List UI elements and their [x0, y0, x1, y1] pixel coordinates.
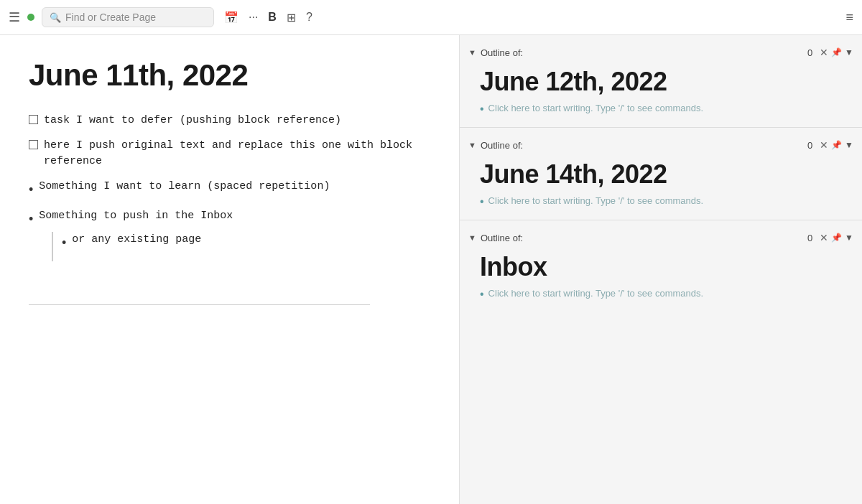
bold-icon[interactable]: B	[268, 11, 277, 24]
item-text: Something to push in the Inbox	[39, 208, 233, 225]
outline-bullet-icon-2: •	[480, 195, 484, 208]
collapse-arrow-3[interactable]: ▼	[468, 233, 476, 242]
help-icon[interactable]: ?	[306, 11, 312, 24]
outline-placeholder-text-2: Click here to start writing. Type '/' to…	[488, 195, 704, 206]
outline-placeholder-2[interactable]: • Click here to start writing. Type '/' …	[477, 195, 851, 208]
item-text: here I push original text and replace th…	[44, 138, 430, 170]
filter-icon-3[interactable]: ▼	[845, 233, 853, 243]
outline-close-3[interactable]: ✕	[820, 232, 828, 243]
outline-close-1[interactable]: ✕	[820, 47, 828, 58]
outline-section-3: ▼ Outline of: 0 ✕ 📌 ▼ Inbox • Click here…	[460, 220, 862, 312]
lines-icon[interactable]: ≡	[845, 10, 853, 25]
outline-body-3: Inbox • Click here to start writing. Typ…	[460, 252, 862, 301]
pin-icon-2[interactable]: 📌	[831, 140, 842, 150]
calendar-icon[interactable]: 📅	[224, 11, 238, 24]
nested-list: • or any existing page	[52, 232, 201, 261]
list-item: • Something I want to learn (spaced repe…	[29, 179, 430, 200]
pin-icon-3[interactable]: 📌	[831, 233, 842, 243]
outline-page-title-2: June 14th, 2022	[477, 159, 851, 190]
outline-label-1: Outline of:	[481, 47, 803, 58]
outline-section-2: ▼ Outline of: 0 ✕ 📌 ▼ June 14th, 2022 • …	[460, 128, 862, 220]
outline-page-title-1: June 12th, 2022	[477, 67, 851, 97]
collapse-arrow-1[interactable]: ▼	[468, 48, 476, 57]
hamburger-icon[interactable]: ☰	[9, 9, 20, 25]
checkbox-1[interactable]	[29, 115, 38, 124]
outline-header-1: ▼ Outline of: 0 ✕ 📌 ▼	[460, 41, 862, 61]
outline-close-2[interactable]: ✕	[820, 139, 828, 151]
collapse-arrow-2[interactable]: ▼	[468, 141, 476, 149]
outline-count-2: 0	[807, 140, 812, 151]
bullet-dot: •	[62, 233, 66, 253]
bottom-divider	[29, 304, 370, 305]
outline-placeholder-3[interactable]: • Click here to start writing. Type '/' …	[477, 288, 851, 301]
status-dot	[27, 14, 34, 21]
list-item: task I want to defer (pushing block refe…	[29, 113, 430, 129]
outline-header-3: ▼ Outline of: 0 ✕ 📌 ▼	[460, 226, 862, 246]
outline-placeholder-text-3: Click here to start writing. Type '/' to…	[488, 288, 704, 299]
search-placeholder: Find or Create Page	[65, 11, 156, 23]
outline-controls-2: 0 ✕ 📌 ▼	[807, 139, 853, 151]
outline-bullet-icon-1: •	[480, 103, 484, 116]
list-item: • or any existing page	[62, 232, 201, 253]
right-panel: ▼ Outline of: 0 ✕ 📌 ▼ June 12th, 2022 • …	[460, 35, 862, 504]
left-panel: June 11th, 2022 task I want to defer (pu…	[0, 35, 460, 504]
filter-icon-1[interactable]: ▼	[845, 47, 853, 57]
pin-icon-1[interactable]: 📌	[831, 47, 842, 57]
outline-section-1: ▼ Outline of: 0 ✕ 📌 ▼ June 12th, 2022 • …	[460, 35, 862, 128]
search-icon: 🔍	[50, 12, 61, 23]
bullet-list: task I want to defer (pushing block refe…	[29, 113, 430, 261]
outline-body-2: June 14th, 2022 • Click here to start wr…	[460, 159, 862, 208]
bullet-dot: •	[29, 210, 33, 229]
outline-controls-1: 0 ✕ 📌 ▼	[807, 47, 853, 58]
outline-placeholder-1[interactable]: • Click here to start writing. Type '/' …	[477, 103, 851, 116]
item-text: or any existing page	[72, 232, 201, 248]
page-title: June 11th, 2022	[29, 58, 430, 93]
outline-label-3: Outline of:	[481, 233, 803, 243]
chart-icon[interactable]: ⊞	[287, 11, 296, 24]
filter-icon-2[interactable]: ▼	[845, 140, 853, 150]
item-text: Something I want to learn (spaced repeti…	[39, 179, 330, 195]
list-item: here I push original text and replace th…	[29, 138, 430, 170]
outline-controls-3: 0 ✕ 📌 ▼	[807, 232, 853, 243]
outline-page-title-3: Inbox	[477, 252, 851, 282]
outline-label-2: Outline of:	[481, 140, 803, 151]
more-icon[interactable]: ···	[249, 11, 258, 24]
outline-placeholder-text-1: Click here to start writing. Type '/' to…	[488, 103, 704, 113]
outline-count-1: 0	[807, 47, 812, 58]
topbar: ☰ 🔍 Find or Create Page 📅 ··· B ⊞ ? ≡	[0, 0, 862, 35]
outline-bullet-icon-3: •	[480, 288, 484, 301]
search-bar[interactable]: 🔍 Find or Create Page	[42, 7, 214, 27]
list-item: • Something to push in the Inbox • or an…	[29, 208, 430, 261]
outline-count-3: 0	[807, 233, 812, 243]
bullet-dot: •	[29, 180, 33, 200]
main-content: June 11th, 2022 task I want to defer (pu…	[0, 35, 862, 504]
topbar-right: ≡	[845, 10, 853, 25]
outline-header-2: ▼ Outline of: 0 ✕ 📌 ▼	[460, 134, 862, 154]
topbar-left: ☰ 🔍 Find or Create Page	[9, 7, 214, 27]
outline-body-1: June 12th, 2022 • Click here to start wr…	[460, 67, 862, 116]
item-text: task I want to defer (pushing block refe…	[44, 113, 341, 129]
checkbox-2[interactable]	[29, 140, 38, 149]
topbar-center: 📅 ··· B ⊞ ?	[224, 11, 312, 24]
